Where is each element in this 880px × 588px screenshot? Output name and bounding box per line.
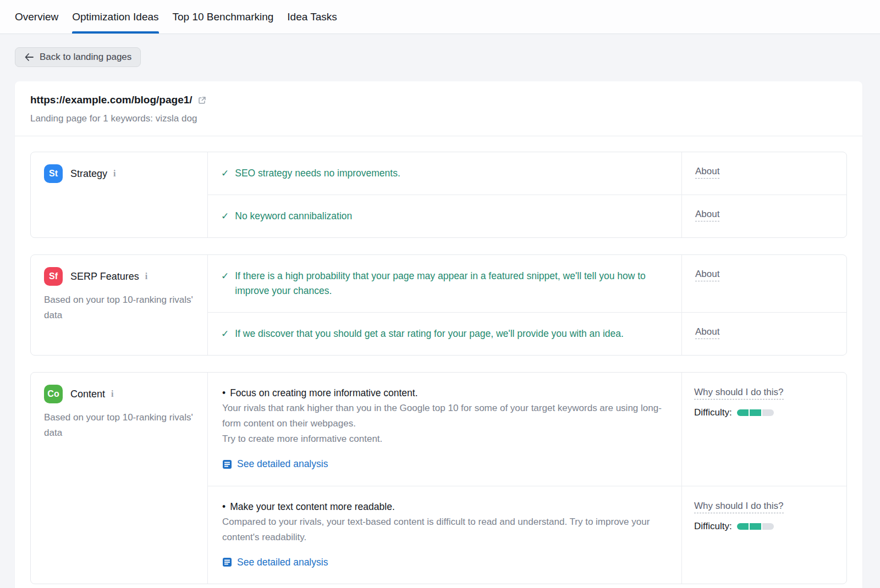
difficulty-bar bbox=[737, 523, 774, 530]
difficulty-segment bbox=[762, 409, 774, 416]
bullet-icon: • bbox=[222, 501, 226, 512]
external-link-icon[interactable] bbox=[197, 96, 207, 105]
back-to-landing-pages-button[interactable]: Back to landing pages bbox=[15, 47, 141, 67]
section-serp-features-header: Sf SERP Features i Based on your top 10-… bbox=[31, 255, 208, 355]
section-subtitle: Based on your top 10-ranking rivals' dat… bbox=[44, 410, 194, 441]
difficulty-label: Difficulty: bbox=[694, 407, 732, 418]
detailed-analysis-icon bbox=[222, 557, 232, 567]
section-subtitle: Based on your top 10-ranking rivals' dat… bbox=[44, 292, 194, 323]
info-icon[interactable]: i bbox=[113, 169, 116, 179]
bullet-icon: • bbox=[222, 387, 226, 398]
difficulty-indicator: Difficulty: bbox=[694, 521, 834, 532]
back-button-label: Back to landing pages bbox=[40, 52, 131, 63]
idea-row: ✓ SEO strategy needs no improvements. Ab… bbox=[208, 152, 846, 195]
idea-description: Your rivals that rank higher than you in… bbox=[222, 401, 667, 447]
difficulty-segment bbox=[750, 523, 761, 530]
tab-optimization-ideas[interactable]: Optimization Ideas bbox=[72, 0, 158, 34]
why-should-i-do-this-link[interactable]: Why should I do this? bbox=[694, 501, 784, 513]
difficulty-bar bbox=[737, 409, 774, 416]
idea-title: •Make your text content more readable. bbox=[222, 500, 667, 514]
landing-page-header: https://example.com/blog/page1/ Landing … bbox=[15, 81, 862, 136]
idea-row: ✓ No keyword cannibalization About bbox=[208, 195, 846, 237]
section-strategy: St Strategy i ✓ SEO strategy needs no im… bbox=[30, 152, 847, 238]
section-strategy-header: St Strategy i bbox=[31, 152, 208, 237]
idea-row: •Focus on creating more informative cont… bbox=[208, 373, 846, 486]
difficulty-segment bbox=[737, 409, 749, 416]
about-link[interactable]: About bbox=[695, 269, 719, 281]
section-title: SERP Features bbox=[70, 271, 139, 282]
difficulty-label: Difficulty: bbox=[694, 521, 732, 532]
content-badge: Co bbox=[44, 385, 63, 403]
see-detailed-analysis-link[interactable]: See detailed analysis bbox=[222, 458, 328, 470]
tab-idea-tasks[interactable]: Idea Tasks bbox=[287, 0, 337, 34]
arrow-left-icon bbox=[24, 53, 34, 62]
page-url-title: https://example.com/blog/page1/ bbox=[30, 94, 193, 106]
difficulty-indicator: Difficulty: bbox=[694, 407, 834, 418]
difficulty-segment bbox=[762, 523, 774, 530]
detailed-analysis-icon bbox=[222, 459, 232, 469]
check-row-text: If there is a high probability that your… bbox=[235, 269, 668, 298]
strategy-badge: St bbox=[44, 164, 63, 183]
about-link[interactable]: About bbox=[695, 326, 719, 339]
check-row-text: If we discover that you should get a sta… bbox=[235, 326, 624, 341]
section-title: Content bbox=[70, 389, 105, 400]
check-icon: ✓ bbox=[221, 269, 229, 284]
see-detailed-analysis-link[interactable]: See detailed analysis bbox=[222, 557, 328, 568]
about-link[interactable]: About bbox=[695, 209, 719, 221]
check-row-text: SEO strategy needs no improvements. bbox=[235, 166, 400, 181]
check-icon: ✓ bbox=[221, 326, 229, 341]
tab-overview[interactable]: Overview bbox=[15, 0, 58, 34]
about-link[interactable]: About bbox=[695, 166, 719, 179]
idea-row: ✓ If there is a high probability that yo… bbox=[208, 255, 846, 312]
info-icon[interactable]: i bbox=[145, 271, 147, 281]
check-row-text: No keyword cannibalization bbox=[235, 209, 352, 224]
section-title: Strategy bbox=[70, 168, 107, 180]
difficulty-segment bbox=[737, 523, 749, 530]
section-serp-features: Sf SERP Features i Based on your top 10-… bbox=[30, 254, 847, 356]
idea-title: •Focus on creating more informative cont… bbox=[222, 386, 667, 401]
difficulty-segment bbox=[750, 409, 761, 416]
serp-features-badge: Sf bbox=[44, 267, 63, 286]
info-icon[interactable]: i bbox=[111, 389, 113, 399]
check-icon: ✓ bbox=[221, 209, 229, 224]
tab-top10-benchmarking[interactable]: Top 10 Benchmarking bbox=[173, 0, 274, 34]
idea-row: ✓ If we discover that you should get a s… bbox=[208, 312, 846, 355]
top-tab-bar: Overview Optimization Ideas Top 10 Bench… bbox=[0, 0, 880, 34]
section-content: Co Content i Based on your top 10-rankin… bbox=[30, 372, 847, 584]
ideas-list: St Strategy i ✓ SEO strategy needs no im… bbox=[15, 136, 862, 588]
section-content-header: Co Content i Based on your top 10-rankin… bbox=[31, 373, 208, 584]
why-should-i-do-this-link[interactable]: Why should I do this? bbox=[694, 387, 784, 400]
landing-page-subtitle: Landing page for 1 keywords: vizsla dog bbox=[30, 113, 847, 124]
idea-description: Compared to your rivals, your text-based… bbox=[222, 514, 667, 545]
idea-row: •Make your text content more readable. C… bbox=[208, 486, 846, 584]
landing-page-card: https://example.com/blog/page1/ Landing … bbox=[15, 81, 862, 588]
check-icon: ✓ bbox=[221, 166, 229, 181]
